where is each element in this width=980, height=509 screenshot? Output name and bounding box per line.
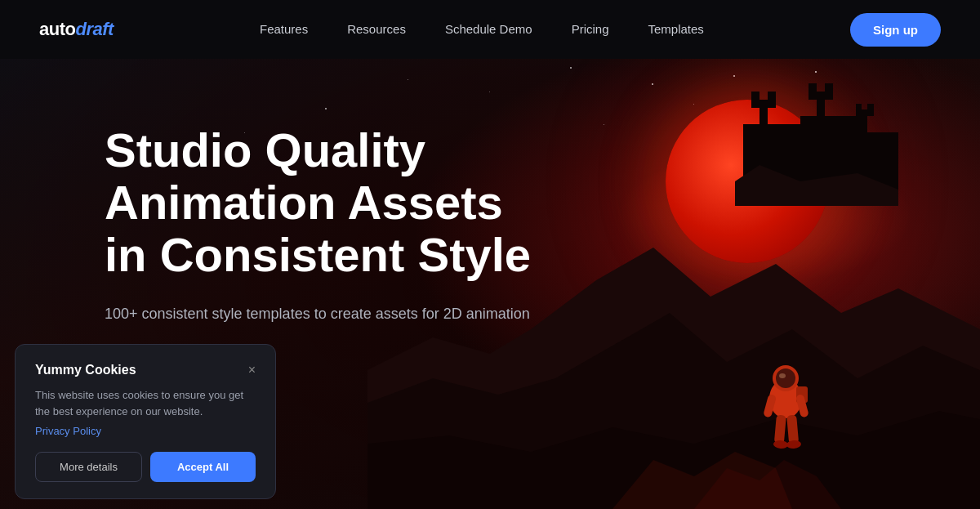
nav-link-features[interactable]: Features — [260, 22, 308, 36]
hero-subtitle: 100+ consistent style templates to creat… — [105, 303, 572, 325]
cookie-actions: More details Accept All — [35, 452, 256, 482]
cookie-more-details-button[interactable]: More details — [35, 452, 142, 482]
nav-item-resources[interactable]: Resources — [347, 22, 406, 37]
hero-title-line2: in Consistent Style — [105, 228, 531, 281]
cookie-body-text: This website uses cookies to ensure you … — [35, 387, 256, 420]
svg-rect-17 — [786, 415, 799, 444]
nav-item-features[interactable]: Features — [260, 22, 308, 37]
navbar: autodraft Features Resources Schedule De… — [0, 0, 980, 59]
cookie-banner: Yummy Cookies × This website uses cookie… — [15, 344, 276, 499]
signup-button[interactable]: Sign up — [850, 13, 941, 47]
cookie-header: Yummy Cookies × — [35, 363, 256, 377]
logo-auto: auto — [39, 19, 75, 40]
astronaut-decoration — [751, 358, 821, 464]
logo[interactable]: autodraft — [39, 19, 114, 40]
svg-point-12 — [779, 373, 786, 378]
nav-item-schedule-demo[interactable]: Schedule Demo — [445, 22, 532, 37]
cookie-close-button[interactable]: × — [248, 364, 256, 377]
nav-link-schedule-demo[interactable]: Schedule Demo — [445, 22, 532, 36]
cookie-accept-button[interactable]: Accept All — [150, 452, 256, 482]
nav-item-templates[interactable]: Templates — [648, 22, 703, 37]
nav-link-templates[interactable]: Templates — [648, 22, 703, 36]
hero-title: Studio Quality Animation Assets in Consi… — [105, 124, 572, 280]
svg-rect-16 — [774, 415, 786, 444]
cookie-title: Yummy Cookies — [35, 363, 136, 377]
nav-link-resources[interactable]: Resources — [347, 22, 406, 36]
hero-section: Studio Quality Animation Assets in Consi… — [0, 59, 980, 509]
logo-draft: draft — [75, 19, 113, 40]
hero-title-line1: Studio Quality Animation Assets — [105, 123, 503, 229]
nav-links: Features Resources Schedule Demo Pricing… — [260, 22, 704, 37]
svg-point-19 — [786, 440, 802, 449]
nav-item-pricing[interactable]: Pricing — [572, 22, 609, 37]
nav-link-pricing[interactable]: Pricing — [572, 22, 609, 36]
svg-point-11 — [776, 368, 795, 388]
cookie-privacy-link[interactable]: Privacy Policy — [35, 425, 256, 437]
